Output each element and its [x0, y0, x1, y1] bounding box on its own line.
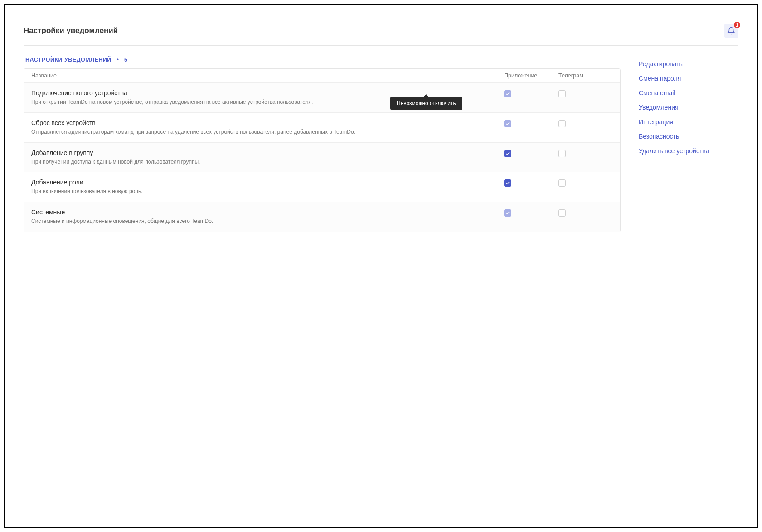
sidebar-link[interactable]: Смена пароля — [639, 71, 738, 86]
telegram-checkbox[interactable] — [558, 120, 566, 127]
notifications-button[interactable]: 1 — [724, 24, 738, 38]
bell-icon — [727, 27, 735, 35]
row-title: Системные — [31, 208, 504, 216]
notification-badge: 1 — [734, 22, 740, 28]
row-title: Подключение нового устройства — [31, 89, 504, 97]
table-row: Добавление ролиПри включении пользовател… — [24, 172, 620, 202]
row-app-cell — [504, 179, 558, 187]
row-name-cell: Добавление в группуПри получении доступа… — [31, 149, 504, 166]
section-dot: • — [117, 57, 119, 63]
check-icon — [505, 181, 510, 185]
table-header: Название Приложение Телеграм — [24, 69, 620, 82]
row-app-cell — [504, 208, 558, 217]
row-app-cell — [504, 149, 558, 157]
app-checkbox — [504, 209, 511, 217]
check-icon — [505, 211, 510, 215]
row-title: Сброс всех устройств — [31, 119, 504, 126]
row-telegram-cell — [558, 89, 613, 97]
telegram-checkbox[interactable] — [558, 179, 566, 187]
notifications-table: Название Приложение Телеграм Подключение… — [24, 68, 621, 232]
table-row: Сброс всех устройствОтправляется админис… — [24, 112, 620, 142]
column-telegram: Телеграм — [558, 73, 613, 79]
table-body: Подключение нового устройстваПри открыти… — [24, 82, 620, 232]
sidebar-link[interactable]: Интеграция — [639, 115, 738, 129]
row-name-cell: Добавление ролиПри включении пользовател… — [31, 179, 504, 195]
sidebar: РедактироватьСмена пароляСмена emailУвед… — [639, 57, 738, 232]
row-telegram-cell — [558, 208, 613, 217]
section-title: НАСТРОЙКИ УВЕДОМЛЕНИЙ — [25, 57, 112, 63]
app-checkbox[interactable] — [504, 150, 511, 157]
table-row: Подключение нового устройстваПри открыти… — [24, 82, 620, 112]
main-content: НАСТРОЙКИ УВЕДОМЛЕНИЙ • 5 Название Прило… — [24, 57, 621, 232]
telegram-checkbox[interactable] — [558, 209, 566, 217]
row-name-cell: Сброс всех устройствОтправляется админис… — [31, 119, 504, 136]
telegram-checkbox[interactable] — [558, 150, 566, 157]
check-icon — [505, 121, 510, 126]
page-title: Настройки уведомлений — [24, 26, 118, 35]
page-header: Настройки уведомлений 1 — [24, 24, 738, 46]
check-icon — [505, 151, 510, 156]
column-app: Приложение — [504, 73, 558, 79]
section-header: НАСТРОЙКИ УВЕДОМЛЕНИЙ • 5 — [24, 57, 621, 63]
row-title: Добавление роли — [31, 179, 504, 186]
table-row: Добавление в группуПри получении доступа… — [24, 142, 620, 172]
row-telegram-cell — [558, 149, 613, 157]
sidebar-link[interactable]: Уведомления — [639, 100, 738, 115]
section-count: 5 — [124, 57, 127, 63]
row-telegram-cell — [558, 179, 613, 187]
row-description: При открытии TeamDo на новом устройстве,… — [31, 98, 504, 106]
column-name: Название — [31, 73, 504, 79]
row-description: Отправляется администраторам команд при … — [31, 128, 504, 136]
app-checkbox — [504, 90, 511, 97]
row-app-cell — [504, 89, 558, 97]
table-row: СистемныеСистемные и информационные опов… — [24, 202, 620, 232]
app-checkbox — [504, 120, 511, 127]
row-telegram-cell — [558, 119, 613, 127]
app-checkbox[interactable] — [504, 179, 511, 187]
row-description: Системные и информационные оповещения, о… — [31, 218, 504, 225]
telegram-checkbox[interactable] — [558, 90, 566, 97]
row-app-cell — [504, 119, 558, 127]
row-title: Добавление в группу — [31, 149, 504, 156]
sidebar-link[interactable]: Удалить все устройства — [639, 144, 738, 158]
row-description: При включении пользователя в новую роль. — [31, 188, 504, 195]
sidebar-link[interactable]: Смена email — [639, 86, 738, 100]
check-icon — [505, 92, 510, 96]
row-name-cell: Подключение нового устройстваПри открыти… — [31, 89, 504, 106]
row-description: При получении доступа к данным новой для… — [31, 158, 504, 166]
sidebar-link[interactable]: Безопасность — [639, 129, 738, 144]
sidebar-link[interactable]: Редактировать — [639, 57, 738, 71]
row-name-cell: СистемныеСистемные и информационные опов… — [31, 208, 504, 225]
